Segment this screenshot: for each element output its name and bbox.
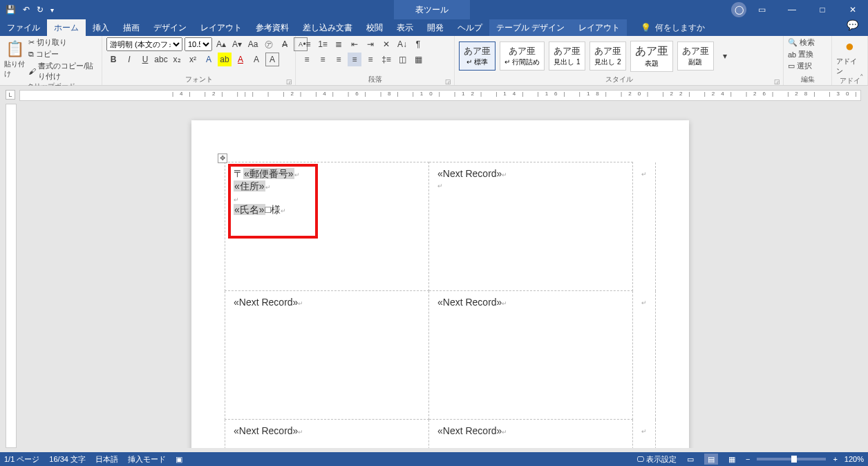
style-title[interactable]: あア亜表題 <box>630 41 673 72</box>
tab-view[interactable]: 表示 <box>390 19 420 36</box>
collapse-ribbon-icon[interactable]: ˄ <box>860 73 864 82</box>
tab-references[interactable]: 参考資料 <box>249 19 296 36</box>
close-button[interactable]: ✕ <box>838 0 868 19</box>
select-button[interactable]: ▭選択 <box>788 61 812 71</box>
font-dialog-launcher[interactable]: ◲ <box>286 78 292 85</box>
label-table[interactable]: 〒«郵便番号»↵ «住所»↵ ↵ «氏名»□様↵ «Next Record»↵ … <box>225 162 656 448</box>
font-size-combo[interactable]: 10.5 <box>185 37 212 51</box>
styles-more-button[interactable]: ▾ <box>718 49 732 63</box>
next-record-field[interactable]: «Next Record» <box>234 297 298 308</box>
character-shading-button[interactable]: A <box>249 53 263 66</box>
cut-button[interactable]: ✂切り取り <box>28 37 97 48</box>
ribbon-display-options-icon[interactable]: ▭ <box>746 0 777 19</box>
phonetic-guide-button[interactable]: ㋐ <box>262 37 276 51</box>
bullets-button[interactable]: •≡ <box>300 37 314 51</box>
next-record-field[interactable]: «Next Record» <box>234 425 298 436</box>
account-icon[interactable]: ◯ <box>731 2 746 17</box>
zoom-in-button[interactable]: + <box>833 455 837 463</box>
tab-table-design[interactable]: テーブル デザイン <box>489 19 572 36</box>
multilevel-list-button[interactable]: ≣ <box>332 37 346 51</box>
tab-developer[interactable]: 開発 <box>420 19 451 36</box>
horizontal-ruler[interactable]: |4| |2| ||| | |2| |4| |6| |8| |10| |12| … <box>19 90 861 101</box>
character-border-button[interactable]: A <box>265 53 279 66</box>
subscript-button[interactable]: x₂ <box>170 53 184 66</box>
qat-more-icon[interactable]: ▾ <box>50 6 54 14</box>
change-case-button[interactable]: Aa <box>246 37 260 51</box>
label-cell-2[interactable]: «Next Record»↵ ↵ <box>429 162 633 291</box>
clear-formatting-button[interactable]: A̶ <box>278 37 292 51</box>
save-icon[interactable]: 💾 <box>6 5 16 15</box>
replace-button[interactable]: ab置換 <box>788 49 813 59</box>
status-word-count[interactable]: 16/34 文字 <box>49 454 86 465</box>
highlight-button[interactable]: ab <box>218 53 232 66</box>
next-record-field[interactable]: «Next Record» <box>437 168 502 179</box>
format-painter-button[interactable]: 🖌書式のコピー/貼り付け <box>28 61 97 82</box>
shrink-font-button[interactable]: A▾ <box>230 37 244 51</box>
find-button[interactable]: 🔍検索 <box>788 37 815 48</box>
display-settings-button[interactable]: 🖵 表示設定 <box>636 454 677 465</box>
align-left-button[interactable]: ≡ <box>300 53 314 66</box>
macro-record-icon[interactable]: ▣ <box>176 455 182 464</box>
maximize-button[interactable]: □ <box>807 0 838 19</box>
grow-font-button[interactable]: A▴ <box>214 37 228 51</box>
share-icon[interactable]: 💬 <box>847 19 858 30</box>
decrease-indent-button[interactable]: ⇤ <box>348 37 361 51</box>
italic-button[interactable]: I <box>122 53 136 66</box>
style-normal[interactable]: あア亜↵ 標準 <box>459 41 496 71</box>
styles-gallery[interactable]: あア亜↵ 標準 あア亜↵ 行間詰め あア亜見出し 1 あア亜見出し 2 あア亜表… <box>459 41 732 72</box>
font-name-combo[interactable]: 游明朝 (本文のフォン <box>106 37 182 51</box>
style-heading2[interactable]: あア亜見出し 2 <box>589 41 626 71</box>
undo-icon[interactable]: ↶ <box>23 5 30 15</box>
next-record-field[interactable]: «Next Record» <box>437 425 502 436</box>
status-language[interactable]: 日本語 <box>95 454 118 465</box>
status-insert-mode[interactable]: 挿入モード <box>128 454 166 465</box>
text-effects-button[interactable]: A <box>202 53 216 66</box>
status-page[interactable]: 1/1 ページ <box>4 454 39 465</box>
read-mode-icon[interactable]: ▭ <box>683 454 697 465</box>
zoom-level[interactable]: 120% <box>845 455 864 463</box>
label-cell-stub[interactable]: ↵ <box>633 162 656 291</box>
underline-button[interactable]: U <box>138 53 152 66</box>
next-record-field[interactable]: «Next Record» <box>437 297 502 308</box>
page[interactable]: ✥ 〒«郵便番号»↵ «住所»↵ ↵ «氏名»□様↵ «Next Record»… <box>191 120 689 448</box>
sort-button[interactable]: A↓ <box>395 37 409 51</box>
borders-button[interactable]: ▦ <box>411 53 425 66</box>
style-no-spacing[interactable]: あア亜↵ 行間詰め <box>500 41 545 71</box>
shading-button[interactable]: ◫ <box>395 53 409 66</box>
tab-layout[interactable]: レイアウト <box>194 19 249 36</box>
web-layout-icon[interactable]: ▦ <box>725 454 739 465</box>
line-spacing-button[interactable]: ‡≡ <box>379 53 393 66</box>
ruler-corner[interactable]: L <box>6 90 15 100</box>
print-layout-icon[interactable]: ▤ <box>704 454 718 465</box>
font-color-button[interactable]: A <box>234 53 247 66</box>
tab-draw[interactable]: 描画 <box>116 19 147 36</box>
copy-button[interactable]: ⧉コピー <box>28 49 97 59</box>
label-cell-6[interactable]: «Next Record»↵ <box>429 420 633 449</box>
numbering-button[interactable]: 1≡ <box>316 37 330 51</box>
distributed-button[interactable]: ≡ <box>364 53 377 66</box>
style-heading1[interactable]: あア亜見出し 1 <box>549 41 585 71</box>
zoom-out-button[interactable]: − <box>746 455 750 463</box>
tab-design[interactable]: デザイン <box>147 19 194 36</box>
tab-mailings[interactable]: 差し込み文書 <box>296 19 359 36</box>
tab-file[interactable]: ファイル <box>0 19 47 36</box>
align-center-button[interactable]: ≡ <box>316 53 330 66</box>
paragraph-dialog-launcher[interactable]: ◲ <box>445 78 451 85</box>
label-cell-1[interactable]: 〒«郵便番号»↵ «住所»↵ ↵ «氏名»□様↵ <box>225 162 429 291</box>
merge-field-address[interactable]: «住所» <box>234 180 265 192</box>
merge-field-postal[interactable]: «郵便番号» <box>243 168 294 179</box>
zoom-slider[interactable] <box>757 458 826 460</box>
tab-table-layout[interactable]: レイアウト <box>572 19 627 36</box>
label-cell-stub[interactable]: ↵ <box>633 291 656 420</box>
increase-indent-button[interactable]: ⇥ <box>364 37 377 51</box>
strikethrough-button[interactable]: abc <box>154 53 168 66</box>
align-right-button[interactable]: ≡ <box>332 53 346 66</box>
show-marks-button[interactable]: ¶ <box>411 37 425 51</box>
vertical-ruler[interactable] <box>6 104 17 448</box>
merge-field-name[interactable]: «氏名» <box>234 204 265 215</box>
tab-insert[interactable]: 挿入 <box>86 19 116 36</box>
zoom-slider-thumb[interactable] <box>791 456 797 463</box>
superscript-button[interactable]: x² <box>186 53 200 66</box>
label-cell-4[interactable]: «Next Record»↵ <box>429 291 633 420</box>
asian-layout-button[interactable]: ✕ <box>379 37 393 51</box>
